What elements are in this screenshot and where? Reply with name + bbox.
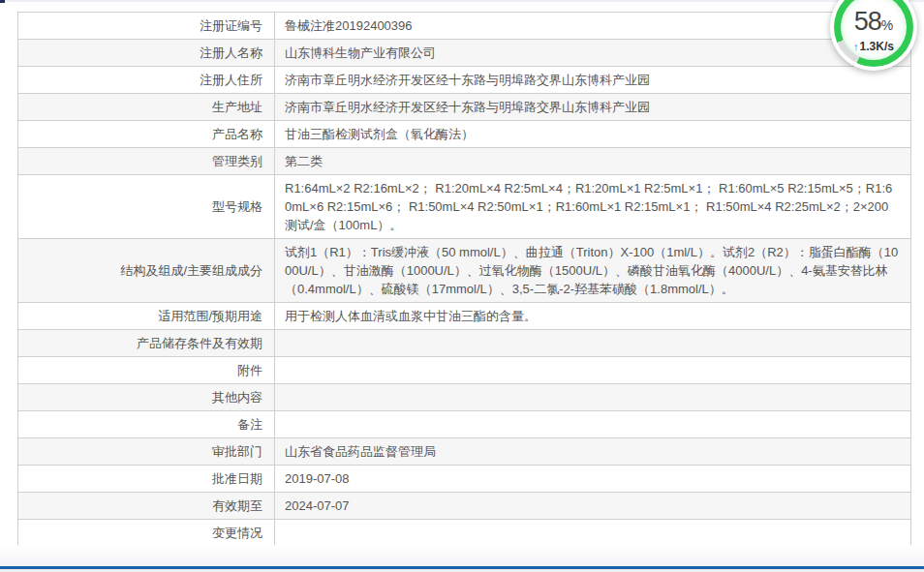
field-value: 甘油三酯检测试剂盒（氧化酶法） [274, 121, 910, 147]
field-label: 附件 [18, 357, 274, 383]
field-label: 注册证编号 [18, 13, 274, 39]
percent-sign: % [881, 17, 893, 33]
field-label: 注册人名称 [18, 40, 274, 66]
field-value: 试剂1（R1）：Tris缓冲液（50 mmol/L）、曲拉通（Triton）X-… [274, 239, 910, 302]
page-bottom-fade [0, 545, 924, 566]
field-label: 备注 [18, 411, 274, 437]
table-row: 批准日期2019-07-08 [18, 466, 910, 493]
field-label: 注册人住所 [18, 67, 274, 93]
progress-percent: 58% [854, 9, 894, 39]
registration-info-table: 注册证编号鲁械注准20192400396注册人名称山东博科生物产业有限公司注册人… [17, 12, 911, 572]
table-row: 型号规格R1:64mL×2 R2:16mL×2； R1:20mL×4 R2:5m… [18, 175, 910, 239]
field-value [274, 411, 910, 437]
field-value [274, 357, 910, 383]
table-row: 附件 [18, 357, 910, 384]
field-value: 2019-07-08 [274, 466, 910, 492]
field-label: 结构及组成/主要组成成分 [18, 239, 274, 302]
table-row: 适用范围/预期用途用于检测人体血清或血浆中甘油三酯的含量。 [18, 303, 910, 330]
field-label: 批准日期 [18, 466, 274, 492]
table-row: 注册人住所济南市章丘明水经济开发区经十东路与明埠路交界山东博科产业园 [18, 67, 910, 94]
table-row: 变更情况 [18, 520, 910, 547]
table-row: 备注 [18, 411, 910, 438]
field-label: 管理类别 [18, 148, 274, 174]
table-row: 注册证编号鲁械注准20192400396 [18, 13, 910, 40]
up-arrow-icon: ↑ [853, 41, 859, 52]
page-top-strip [0, 0, 924, 2]
field-label: 适用范围/预期用途 [18, 303, 274, 329]
table-row: 产品储存条件及有效期 [18, 330, 910, 357]
table-row: 生产地址济南市章丘明水经济开发区经十东路与明埠路交界山东博科产业园 [18, 94, 910, 121]
table-row: 结构及组成/主要组成成分试剂1（R1）：Tris缓冲液（50 mmol/L）、曲… [18, 239, 910, 303]
field-label: 其他内容 [18, 384, 274, 410]
field-label: 变更情况 [18, 520, 274, 546]
field-value [274, 330, 910, 356]
field-value: R1:64mL×2 R2:16mL×2； R1:20mL×4 R2:5mL×4；… [274, 175, 910, 238]
table-row: 产品名称甘油三酯检测试剂盒（氧化酶法） [18, 121, 910, 148]
field-value: 第二类 [274, 148, 910, 174]
field-value: 2024-07-07 [274, 493, 910, 519]
field-value: 鲁械注准20192400396 [274, 13, 910, 39]
field-value [274, 520, 910, 546]
field-value [274, 384, 910, 410]
download-speed: ↑1.3K/s [853, 40, 894, 54]
table-row: 管理类别第二类 [18, 148, 910, 175]
field-value: 济南市章丘明水经济开发区经十东路与明埠路交界山东博科产业园 [274, 94, 910, 120]
field-value: 山东博科生物产业有限公司 [274, 40, 910, 66]
table-row: 注册人名称山东博科生物产业有限公司 [18, 40, 910, 67]
table-row: 审批部门山东省食品药品监督管理局 [18, 438, 910, 466]
corner-mark [0, 0, 5, 3]
field-label: 产品名称 [18, 121, 274, 147]
field-value: 用于检测人体血清或血浆中甘油三酯的含量。 [274, 303, 910, 329]
field-label: 型号规格 [18, 175, 274, 238]
field-label: 有效期至 [18, 493, 274, 519]
field-label: 审批部门 [18, 438, 274, 465]
field-label: 产品储存条件及有效期 [18, 330, 274, 356]
table-row: 有效期至2024-07-07 [18, 493, 910, 520]
speed-value: 1.3K/s [860, 40, 894, 53]
table-row: 其他内容 [18, 384, 910, 411]
field-value: 济南市章丘明水经济开发区经十东路与明埠路交界山东博科产业园 [274, 67, 910, 93]
field-label: 生产地址 [18, 94, 274, 120]
field-value: 山东省食品药品监督管理局 [274, 438, 910, 465]
